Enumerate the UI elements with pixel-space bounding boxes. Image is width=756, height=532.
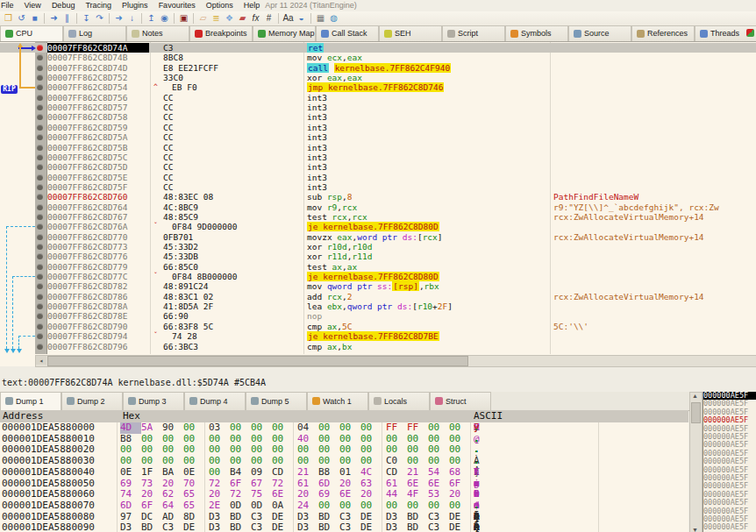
disasm-row[interactable]: 00007FF862C8D74DE8 EE21FCFFcall kernelba… bbox=[0, 63, 756, 73]
row-dot[interactable] bbox=[37, 303, 43, 309]
row-dot[interactable] bbox=[37, 54, 43, 60]
row-dot[interactable] bbox=[37, 104, 43, 110]
tab-symbols[interactable]: Symbols bbox=[505, 25, 568, 41]
tab-breakpoints[interactable]: Breakpoints bbox=[189, 25, 253, 41]
scroll-up-arrow[interactable]: ▲ bbox=[690, 393, 700, 399]
row-dot[interactable] bbox=[37, 134, 43, 140]
disasm-row[interactable]: 00007FF862C8D79066:83F8 5Ccmp ax,5C5C:'\… bbox=[0, 322, 756, 331]
row-dot[interactable] bbox=[37, 174, 43, 181]
functions-icon[interactable]: fx bbox=[249, 12, 262, 25]
pause-icon[interactable]: ∥ bbox=[61, 12, 74, 25]
breakpoint-dot[interactable] bbox=[37, 45, 43, 51]
disasm-row[interactable]: 00007FF862C8D75FCCint3 bbox=[0, 182, 756, 192]
restart-icon[interactable]: ↺ bbox=[15, 12, 28, 25]
scroll-left-arrow[interactable]: ◂ bbox=[36, 356, 46, 365]
font-icon[interactable]: Aa bbox=[282, 12, 295, 25]
row-dot[interactable] bbox=[37, 244, 43, 250]
database-icon[interactable]: ≣ bbox=[210, 12, 223, 25]
disasm-row[interactable]: 00007FF862C8D74AC3ret bbox=[0, 43, 756, 53]
row-dot[interactable] bbox=[37, 253, 43, 259]
dump-row[interactable]: 000001DEA5880030000000000000000000000000… bbox=[0, 456, 688, 467]
row-dot[interactable] bbox=[37, 223, 43, 230]
open-file-icon[interactable]: ❐ bbox=[2, 12, 15, 25]
tab-dump-2[interactable]: Dump 2 bbox=[61, 392, 123, 410]
disasm-row[interactable]: 00007FF862C8D79666:3BC3cmp ax,bx bbox=[0, 342, 756, 351]
disasm-row[interactable]: 00007FF862C8D75ACCint3 bbox=[0, 132, 756, 142]
disasm-row[interactable]: 00007FF862C8D75233C0xor eax,eax bbox=[0, 73, 756, 82]
tab-references[interactable]: References bbox=[631, 25, 695, 41]
row-dot[interactable] bbox=[37, 214, 43, 220]
row-dot[interactable] bbox=[37, 273, 43, 280]
disassembly-panel[interactable]: 00007FF862C8D74AC3ret00007FF862C8D74B8BC… bbox=[0, 41, 756, 366]
row-dot[interactable] bbox=[37, 65, 43, 71]
disasm-row[interactable]: 00007FF862C8D7644C:8BC9mov r9,rcxr9:"YZ[… bbox=[0, 202, 756, 212]
disasm-row[interactable]: 00007FF862C8D76Aˇ0F84 9D000000je kernelb… bbox=[0, 222, 756, 231]
hash-icon[interactable]: # bbox=[262, 12, 275, 25]
tab-overflow-icon[interactable] bbox=[746, 29, 754, 37]
stop-icon[interactable]: ■ bbox=[28, 12, 41, 25]
execute-till-return-icon[interactable]: ↥ bbox=[145, 12, 158, 25]
row-dot[interactable] bbox=[37, 323, 43, 330]
menu-item-tracing[interactable]: Tracing bbox=[80, 0, 117, 11]
disasm-row[interactable]: 00007FF862C8D78A41:8D5A 2Flea ebx,qword … bbox=[0, 301, 756, 311]
dump-row[interactable]: 000001DEA58800400E1FBA0E00B409CD21B8014C… bbox=[0, 467, 688, 479]
scrollbar-thumb[interactable] bbox=[47, 356, 468, 366]
step-out-icon[interactable]: ↓ bbox=[125, 12, 139, 25]
row-dot[interactable] bbox=[37, 184, 43, 190]
row-dot[interactable] bbox=[37, 145, 43, 151]
disasm-row[interactable]: 00007FF862C8D7700FB701movzx eax,word ptr… bbox=[0, 232, 756, 242]
disasm-row[interactable]: 00007FF862C8D75CCCint3 bbox=[0, 153, 756, 162]
tab-source[interactable]: Source bbox=[568, 25, 631, 41]
disasm-row[interactable]: 00007FF862C8D794ˇ74 28je kernelbase.7FF8… bbox=[0, 331, 756, 341]
patch-icon[interactable]: ▱ bbox=[196, 12, 210, 25]
calculator-icon[interactable]: ▦ bbox=[314, 12, 327, 25]
menu-item-options[interactable]: Options bbox=[201, 0, 239, 11]
dump-row[interactable]: 000001DEA5880060742062652072756E20696E20… bbox=[0, 489, 688, 500]
disasm-row[interactable]: 00007FF862C8D78648:83C1 02add rcx,2rcx:Z… bbox=[0, 292, 756, 301]
menu-item-favourites[interactable]: Favourites bbox=[153, 0, 201, 11]
disasm-row[interactable]: 00007FF862C8D74B8BC8mov ecx,eax bbox=[0, 53, 756, 62]
tab-struct[interactable]: Struct bbox=[430, 392, 491, 410]
disasm-row[interactable]: 00007FF862C8D756CCint3 bbox=[0, 93, 756, 103]
row-dot[interactable] bbox=[37, 333, 43, 339]
row-dot[interactable] bbox=[37, 124, 43, 131]
menu-item-help[interactable]: Help bbox=[239, 0, 266, 11]
disasm-row[interactable]: 00007FF862C8D78E66:90nop bbox=[0, 311, 756, 321]
tab-log[interactable]: Log bbox=[63, 25, 126, 41]
row-dot[interactable] bbox=[37, 264, 43, 270]
tab-dump-5[interactable]: Dump 5 bbox=[246, 392, 307, 410]
step-over-icon[interactable]: ↷ bbox=[93, 12, 106, 25]
tab-call-stack[interactable]: Call Stack bbox=[316, 25, 379, 41]
run-to-user-icon[interactable]: ➜ bbox=[112, 12, 125, 25]
row-dot[interactable] bbox=[37, 204, 43, 210]
row-dot[interactable] bbox=[37, 344, 43, 350]
disasm-row[interactable]: 00007FF862C8D77645:33DBxor r11d,r11d bbox=[0, 252, 756, 261]
disasm-row[interactable]: 00007FF862C8D758CCint3 bbox=[0, 112, 756, 122]
tab-seh[interactable]: SEH bbox=[379, 25, 442, 41]
row-dot[interactable] bbox=[37, 313, 43, 319]
dump-panel[interactable]: 000001DEA58800004D5A90000300000004000000… bbox=[0, 422, 688, 532]
dump-row[interactable]: 000001DEA5880090D3BDC3DED3BDC3DED3BDC3DE… bbox=[0, 522, 688, 532]
disasm-row[interactable]: 00007FF862C8D75ECCint3 bbox=[0, 173, 756, 182]
stack-panel[interactable]: 000000AE5F000000AE5F000000AE5F000000AE5F… bbox=[703, 392, 756, 532]
disasm-row[interactable]: 00007FF862C8D77345:33D2xor r10d,r10d bbox=[0, 242, 756, 252]
menu-item-view[interactable]: View bbox=[19, 0, 46, 11]
tab-watch-1[interactable]: Watch 1 bbox=[307, 392, 368, 410]
row-dot[interactable] bbox=[37, 234, 43, 240]
row-dot[interactable] bbox=[37, 164, 43, 170]
scrollbar-thumb[interactable] bbox=[691, 402, 701, 423]
row-dot[interactable] bbox=[37, 283, 43, 289]
tab-dump-3[interactable]: Dump 3 bbox=[123, 392, 184, 410]
row-dot[interactable] bbox=[37, 294, 43, 300]
stack-row[interactable]: 000000AE5F bbox=[703, 523, 756, 531]
tab-dump-1[interactable]: Dump 1 bbox=[0, 392, 61, 410]
row-dot[interactable] bbox=[37, 114, 43, 120]
globe-icon[interactable]: ◍ bbox=[327, 12, 340, 25]
tab-cpu[interactable]: CPU bbox=[0, 25, 63, 41]
tab-memory-map[interactable]: Memory Map bbox=[253, 25, 316, 41]
tab-locals[interactable]: Locals bbox=[368, 392, 430, 410]
disasm-row[interactable]: 00007FF862C8D759CCint3 bbox=[0, 123, 756, 132]
disasm-row[interactable]: 00007FF862C8D754^EB F0jmp kernelbase.7FF… bbox=[0, 82, 756, 92]
menu-item-debug[interactable]: Debug bbox=[46, 0, 81, 11]
step-into-icon[interactable]: ↧ bbox=[80, 12, 93, 25]
